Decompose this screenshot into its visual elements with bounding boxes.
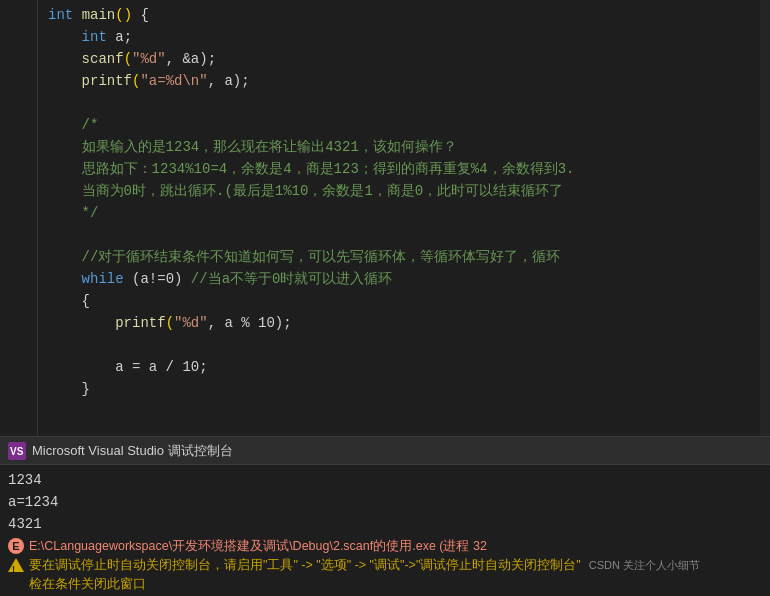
code-line: 思路如下：1234%10=4，余数是4，商是123；得到的商再重复%4，余数得到… <box>48 158 760 180</box>
warn-line-1: 要在调试停止时自动关闭控制台，请启用"工具" -> "选项" -> "调试"->… <box>8 556 762 575</box>
code-line: printf("a=%d\n", a); <box>48 70 760 92</box>
warn-text-2: 检在条件关闭此窗口 <box>29 575 146 594</box>
code-line: int a; <box>48 26 760 48</box>
code-line: //对于循环结束条件不知道如何写，可以先写循环体，等循环体写好了，循环 <box>48 246 760 268</box>
code-line: */ <box>48 202 760 224</box>
warn-text-1: 要在调试停止时自动关闭控制台，请启用"工具" -> "选项" -> "调试"->… <box>29 556 700 575</box>
code-line: 当商为0时，跳出循环.(最后是1%10，余数是1，商是0，此时可以结束循环了 <box>48 180 760 202</box>
console-title: Microsoft Visual Studio 调试控制台 <box>32 442 233 460</box>
warn-icon <box>8 558 24 572</box>
svg-text:VS: VS <box>10 446 24 457</box>
console-output: 1234 a=1234 4321 E E:\CLanguageworkspace… <box>0 465 770 596</box>
code-line <box>48 400 760 422</box>
error-icon: E <box>8 538 24 554</box>
code-line: /* <box>48 114 760 136</box>
code-editor: int main() { int a; scanf("%d", &a); pri… <box>0 0 770 470</box>
console-line-2: a=1234 <box>8 491 762 513</box>
code-line: 如果输入的是1234，那么现在将让输出4321，该如何操作？ <box>48 136 760 158</box>
error-text: E:\CLanguageworkspace\开发环境搭建及调试\Debug\2.… <box>29 537 487 556</box>
warn-line-2: 检在条件关闭此窗口 <box>8 575 762 594</box>
console-title-bar: VS Microsoft Visual Studio 调试控制台 <box>0 437 770 465</box>
code-line: while (a!=0) //当a不等于0时就可以进入循环 <box>48 268 760 290</box>
code-content[interactable]: int main() { int a; scanf("%d", &a); pri… <box>38 0 770 470</box>
code-line: printf("%d", a % 10); <box>48 312 760 334</box>
console-line-1: 1234 <box>8 469 762 491</box>
code-line: a = a / 10; <box>48 356 760 378</box>
code-line: scanf("%d", &a); <box>48 48 760 70</box>
code-line: { <box>48 290 760 312</box>
code-line <box>48 224 760 246</box>
debug-console: VS Microsoft Visual Studio 调试控制台 1234 a=… <box>0 436 770 596</box>
code-line <box>48 334 760 356</box>
line-numbers <box>0 0 38 470</box>
console-line-3: 4321 <box>8 513 762 535</box>
code-line: int main() { <box>48 4 760 26</box>
code-line <box>48 92 760 114</box>
vs-icon: VS <box>8 442 26 460</box>
code-line: } <box>48 378 760 400</box>
error-line: E E:\CLanguageworkspace\开发环境搭建及调试\Debug\… <box>8 537 762 556</box>
